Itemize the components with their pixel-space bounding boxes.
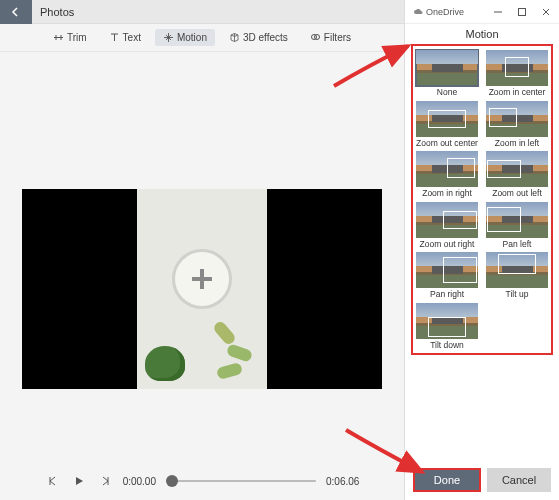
motion-thumbnail — [416, 202, 478, 238]
motion-options-grid: NoneZoom in centerZoom out centerZoom in… — [415, 50, 549, 349]
motion-tile-tilt-up[interactable]: Tilt up — [485, 252, 549, 299]
back-button[interactable] — [0, 0, 32, 24]
playback-controls: 0:00.00 0:06.06 — [0, 466, 404, 500]
motion-thumbnail — [416, 101, 478, 137]
cube-icon — [229, 32, 240, 43]
tool-filters[interactable]: Filters — [302, 29, 359, 46]
panel-title: Motion — [405, 24, 559, 42]
time-current: 0:00.00 — [123, 476, 156, 487]
video-frame — [137, 189, 267, 389]
motion-tile-label: Tilt down — [430, 341, 464, 350]
app-title: Photos — [40, 6, 74, 18]
motion-tile-label: Zoom in left — [495, 139, 539, 148]
motion-thumbnail — [486, 50, 548, 86]
motion-thumbnail — [416, 50, 478, 86]
motion-tile-label: Zoom out right — [420, 240, 475, 249]
leaf-graphic — [226, 343, 254, 363]
broccoli-graphic — [145, 346, 185, 381]
motion-thumbnail — [416, 151, 478, 187]
preview-area — [0, 52, 404, 466]
motion-tile-zoom-out-left[interactable]: Zoom out left — [485, 151, 549, 198]
text-icon — [109, 32, 120, 43]
motion-icon — [163, 32, 174, 43]
tool-text[interactable]: Text — [101, 29, 149, 46]
maximize-button[interactable] — [511, 3, 533, 21]
motion-thumbnail — [486, 151, 548, 187]
cloud-icon — [413, 7, 423, 17]
motion-tile-label: Pan right — [430, 290, 464, 299]
leaf-graphic — [216, 362, 243, 380]
motion-tile-zoom-out-right[interactable]: Zoom out right — [415, 202, 479, 249]
svg-rect-2 — [519, 8, 526, 15]
motion-tile-label: Zoom in right — [422, 189, 472, 198]
motion-tile-label: Pan left — [503, 240, 532, 249]
motion-tile-zoom-in-left[interactable]: Zoom in left — [485, 101, 549, 148]
motion-thumbnail — [486, 252, 548, 288]
seek-slider[interactable] — [166, 480, 316, 482]
motion-tile-pan-right[interactable]: Pan right — [415, 252, 479, 299]
motion-thumbnail — [416, 252, 478, 288]
motion-tile-label: None — [437, 88, 457, 97]
motion-tile-zoom-out-center[interactable]: Zoom out center — [415, 101, 479, 148]
motion-tile-tilt-down[interactable]: Tilt down — [415, 303, 479, 350]
tool-text-label: Text — [123, 32, 141, 43]
arrow-left-icon — [10, 6, 22, 18]
tool-trim-label: Trim — [67, 32, 87, 43]
tool-trim[interactable]: Trim — [45, 29, 95, 46]
motion-thumbnail — [486, 202, 548, 238]
trim-icon — [53, 32, 64, 43]
motion-tile-zoom-in-right[interactable]: Zoom in right — [415, 151, 479, 198]
time-total: 0:06.06 — [326, 476, 359, 487]
tool-filters-label: Filters — [324, 32, 351, 43]
tool-3d-label: 3D effects — [243, 32, 288, 43]
close-button[interactable] — [535, 3, 557, 21]
done-button[interactable]: Done — [413, 468, 481, 492]
seek-thumb[interactable] — [166, 475, 178, 487]
motion-options-highlight: NoneZoom in centerZoom out centerZoom in… — [411, 44, 553, 355]
motion-tile-zoom-in-center[interactable]: Zoom in center — [485, 50, 549, 97]
motion-tile-label: Zoom in center — [489, 88, 546, 97]
filters-icon — [310, 32, 321, 43]
motion-thumbnail — [486, 101, 548, 137]
next-frame-button[interactable] — [97, 473, 113, 489]
tool-motion[interactable]: Motion — [155, 29, 215, 46]
video-preview[interactable] — [22, 189, 382, 389]
editor-toolbar: Trim Text Motion 3D effects Filters — [0, 24, 404, 52]
motion-tile-label: Zoom out center — [416, 139, 478, 148]
blender-graphic — [172, 249, 232, 309]
cancel-button[interactable]: Cancel — [487, 468, 551, 492]
motion-thumbnail — [416, 303, 478, 339]
motion-tile-label: Zoom out left — [492, 189, 542, 198]
leaf-graphic — [212, 320, 237, 347]
motion-tile-none[interactable]: None — [415, 50, 479, 97]
motion-tile-pan-left[interactable]: Pan left — [485, 202, 549, 249]
play-button[interactable] — [71, 473, 87, 489]
motion-tile-label: Tilt up — [506, 290, 529, 299]
minimize-button[interactable] — [487, 3, 509, 21]
onedrive-label: OneDrive — [413, 7, 464, 17]
panel-titlebar: OneDrive — [405, 0, 559, 24]
tool-motion-label: Motion — [177, 32, 207, 43]
tool-3d-effects[interactable]: 3D effects — [221, 29, 296, 46]
prev-frame-button[interactable] — [45, 473, 61, 489]
title-bar: Photos — [0, 0, 404, 24]
